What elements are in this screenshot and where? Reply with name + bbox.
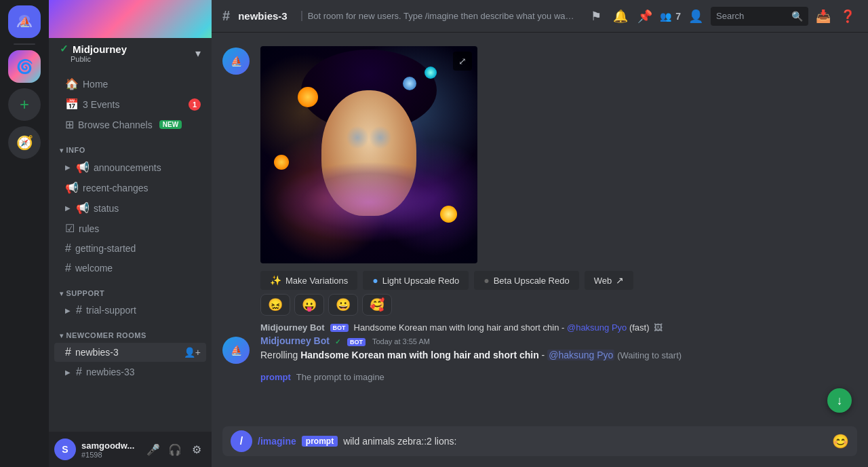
- prompt-description: The prompt to imagine: [296, 372, 384, 382]
- light-upscale-icon: ●: [372, 275, 378, 286]
- verified-icon-2: ✓: [335, 338, 340, 345]
- channel-newbies-33[interactable]: ▶ # newbies-33: [54, 362, 206, 381]
- image-wrapper: ⤢: [260, 46, 477, 263]
- channel-recent-changes[interactable]: 📢 recent-changes: [54, 178, 206, 198]
- icon-bar: ⛵ 🌀 + 🧭: [0, 0, 49, 467]
- prompt-avatar-spacer: [222, 372, 250, 382]
- inline-message-header: Midjourney Bot BOT Handsome Korean man w…: [222, 321, 857, 333]
- image-action-icon[interactable]: ⤢: [453, 52, 472, 71]
- server-sidebar: ✓ Midjourney Public ▾ 🏠 Home 📅 3 Events …: [49, 0, 212, 467]
- section-newcomer-arrow: ▾: [60, 332, 64, 339]
- message-content-2: Midjourney Bot ✓ BOT Today at 3:55 AM Re…: [260, 335, 857, 364]
- help-button[interactable]: ❓: [838, 7, 857, 26]
- member-count-icon: 👥: [660, 11, 671, 22]
- make-variations-button[interactable]: ✨ Make Variations: [260, 271, 357, 290]
- home-channel[interactable]: 🏠 Home: [54, 74, 206, 94]
- recent-changes-icon: 📢: [65, 181, 79, 194]
- discord-home-icon[interactable]: ⛵: [8, 5, 41, 38]
- section-support[interactable]: ▾ SUPPORT: [49, 278, 212, 300]
- reaction-tired[interactable]: 😖: [260, 294, 290, 316]
- light-upscale-redo-button[interactable]: ● Light Upscale Redo: [363, 271, 469, 290]
- top-bar: # newbies-3 Bot room for new users. Type…: [212, 0, 868, 33]
- bot-badge-2: BOT: [347, 338, 366, 346]
- add-server-button[interactable]: +: [8, 88, 41, 121]
- slash-icon-bg: /: [231, 430, 252, 452]
- action-buttons-row: ✨ Make Variations ● Light Upscale Redo ●…: [260, 271, 857, 290]
- user-info: samgoodw... #1598: [81, 441, 138, 459]
- explore-icon[interactable]: 🧭: [8, 126, 41, 159]
- reaction-grin[interactable]: 😀: [328, 294, 358, 316]
- channel-getting-started[interactable]: # getting-started: [54, 239, 206, 258]
- search-input[interactable]: [716, 11, 787, 21]
- events-channel[interactable]: 📅 3 Events 1: [54, 94, 206, 114]
- inline-bot-badge: BOT: [330, 324, 349, 332]
- inline-prompt-text: Handsome Korean man with long hair and s…: [354, 322, 650, 333]
- chat-input-field[interactable]: [343, 436, 827, 447]
- message-header-2: Midjourney Bot ✓ BOT Today at 3:55 AM: [260, 335, 857, 346]
- mute-button[interactable]: 🎤: [144, 440, 163, 459]
- svg-text:⛵: ⛵: [19, 16, 31, 28]
- emoji-button[interactable]: 😊: [832, 433, 849, 449]
- midjourney-icon[interactable]: 🌀: [8, 50, 41, 83]
- variations-icon: ✨: [270, 275, 281, 286]
- home-icon: 🏠: [65, 77, 79, 90]
- bot-avatar-1: ⛵: [222, 48, 250, 75]
- server-chevron-icon[interactable]: ▾: [195, 47, 201, 60]
- ai-image: [260, 46, 477, 263]
- mention-haksung[interactable]: @haksung Pyo: [547, 350, 614, 360]
- section-newcomer[interactable]: ▾ NEWCOMER ROOMS: [49, 320, 212, 342]
- web-button[interactable]: Web ↗: [585, 271, 634, 290]
- gold-orb: [440, 206, 457, 223]
- user-area: S samgoodw... #1598 🎤 🎧 ⚙: [49, 432, 212, 467]
- inline-author: Midjourney Bot: [260, 322, 325, 333]
- user-controls: 🎤 🎧 ⚙: [144, 440, 206, 459]
- prompt-label: prompt: [260, 372, 291, 382]
- chat-input-area: / /imagine prompt 😊: [212, 421, 868, 467]
- verified-check-icon: ✓: [60, 43, 68, 55]
- pin-icon[interactable]: 📌: [635, 7, 654, 26]
- trial-icon: #: [76, 304, 82, 316]
- message-content-1: ⤢ ✨ Make Variations ● Light Upscale Redo: [260, 46, 857, 316]
- browse-icon: ⊞: [65, 118, 74, 131]
- inline-mention: @haksung Pyo: [567, 322, 627, 333]
- expand-status-icon: ▶: [65, 204, 71, 212]
- thread-icon[interactable]: ⚑: [587, 7, 606, 26]
- channel-status[interactable]: ▶ 📢 status: [54, 198, 206, 218]
- announcements-icon: 📢: [76, 161, 90, 174]
- section-info[interactable]: ▾ INFO: [49, 135, 212, 157]
- settings-button[interactable]: ⚙: [187, 440, 206, 459]
- scroll-to-bottom-button[interactable]: ↓: [827, 388, 852, 413]
- server-name: ✓ Midjourney: [60, 43, 127, 55]
- prompt-row: prompt The prompt to imagine: [222, 369, 857, 385]
- purple-swirl: [274, 162, 464, 243]
- new-badge: NEW: [159, 120, 182, 129]
- deafen-button[interactable]: 🎧: [165, 440, 184, 459]
- members-list-button[interactable]: 👤: [686, 7, 705, 26]
- welcome-icon: #: [65, 262, 71, 274]
- newbies-33-icon: #: [76, 366, 82, 378]
- reaction-tongue[interactable]: 😛: [294, 294, 324, 316]
- input-command-label: /imagine: [258, 436, 296, 447]
- channel-newbies-3[interactable]: # newbies-3 👤+: [54, 343, 206, 362]
- channel-trial-support[interactable]: ▶ # trial-support: [54, 301, 206, 320]
- getting-started-icon: #: [65, 242, 71, 255]
- bot-avatar-2: ⛵: [222, 337, 250, 364]
- waiting-text: (Waiting to start): [617, 350, 682, 360]
- message-text-2: Rerolling Handsome Korean man with long …: [260, 349, 857, 362]
- expand-newbies33-icon: ▶: [65, 369, 71, 376]
- server-header[interactable]: ✓ Midjourney Public ▾: [49, 0, 212, 68]
- inbox-button[interactable]: 📥: [814, 7, 833, 26]
- reaction-hearts[interactable]: 🥰: [362, 294, 392, 316]
- channel-hash-icon: #: [222, 8, 230, 24]
- channel-rules[interactable]: ☑ rules: [54, 219, 206, 238]
- browse-channels-item[interactable]: ⊞ Browse Channels NEW: [54, 115, 206, 134]
- icon-bar-separator: [14, 43, 35, 45]
- channel-announcements[interactable]: ▶ 📢 announcements: [54, 157, 206, 177]
- beta-upscale-redo-button[interactable]: ● Beta Upscale Redo: [474, 271, 578, 290]
- notify-icon[interactable]: 🔔: [611, 7, 630, 26]
- channel-welcome[interactable]: # welcome: [54, 259, 206, 278]
- teal-orb: [425, 67, 437, 79]
- reactions-row: 😖 😛 😀 🥰: [260, 294, 857, 316]
- add-member-icon[interactable]: 👤+: [184, 347, 201, 358]
- expand-announcements-icon: ▶: [65, 164, 71, 171]
